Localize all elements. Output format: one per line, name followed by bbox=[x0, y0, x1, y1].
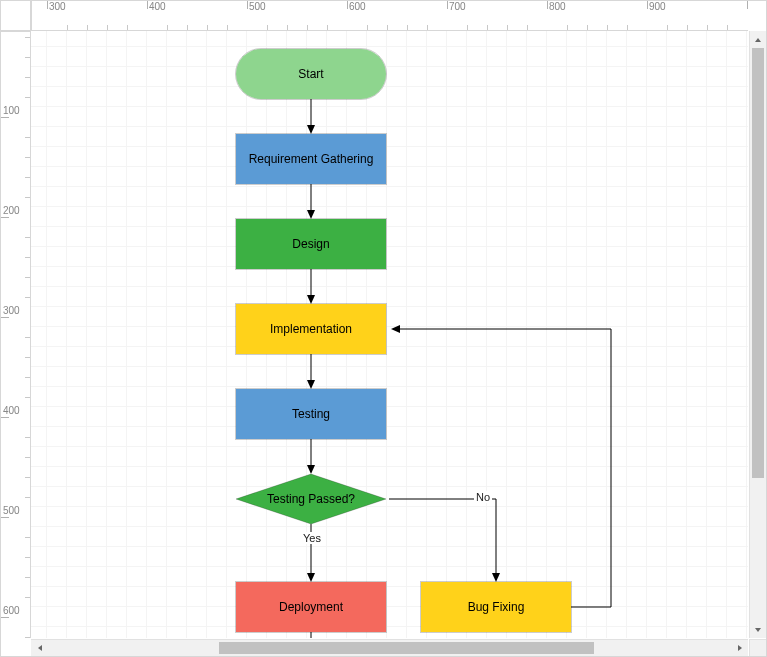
ruler-v-minor bbox=[25, 637, 30, 638]
ruler-v-minor bbox=[25, 337, 30, 338]
node-design[interactable]: Design bbox=[236, 219, 386, 269]
ruler-h-minor bbox=[667, 25, 668, 30]
ruler-v-label: 300 bbox=[3, 305, 20, 316]
ruler-h-minor bbox=[587, 25, 588, 30]
svg-marker-10 bbox=[755, 38, 761, 42]
ruler-h-minor bbox=[627, 25, 628, 30]
ruler-h-major bbox=[547, 1, 548, 9]
ruler-v-major bbox=[1, 417, 9, 418]
ruler-h-label: 400 bbox=[149, 1, 166, 12]
diagram-canvas-container: 3004005006007008009001000 10020030040050… bbox=[0, 0, 767, 657]
chevron-up-icon bbox=[754, 36, 762, 44]
node-bugfix-label: Bug Fixing bbox=[468, 600, 525, 614]
ruler-corner bbox=[1, 1, 31, 31]
ruler-h-major bbox=[247, 1, 248, 9]
ruler-v-minor bbox=[25, 277, 30, 278]
node-bug-fixing[interactable]: Bug Fixing bbox=[421, 582, 571, 632]
ruler-h-minor bbox=[387, 25, 388, 30]
ruler-v-minor bbox=[25, 157, 30, 158]
ruler-h-major bbox=[47, 1, 48, 9]
ruler-v-label: 600 bbox=[3, 605, 20, 616]
ruler-v-minor bbox=[25, 57, 30, 58]
node-deployment[interactable]: Deployment bbox=[236, 582, 386, 632]
scroll-up-button[interactable] bbox=[750, 31, 766, 48]
ruler-h-label: 700 bbox=[449, 1, 466, 12]
scroll-h-thumb[interactable] bbox=[219, 642, 595, 654]
ruler-h-minor bbox=[527, 25, 528, 30]
chevron-down-icon bbox=[754, 626, 762, 634]
ruler-v-minor bbox=[25, 497, 30, 498]
ruler-v-label: 500 bbox=[3, 505, 20, 516]
chevron-right-icon bbox=[736, 644, 744, 652]
scroll-right-button[interactable] bbox=[731, 640, 748, 656]
canvas-grid bbox=[31, 31, 748, 638]
ruler-v-minor bbox=[25, 557, 30, 558]
node-decision-label: Testing Passed? bbox=[267, 492, 355, 506]
ruler-h-minor bbox=[267, 25, 268, 30]
ruler-h-minor bbox=[687, 25, 688, 30]
ruler-v-minor bbox=[25, 397, 30, 398]
node-impl-label: Implementation bbox=[270, 322, 352, 336]
svg-marker-13 bbox=[738, 645, 742, 651]
ruler-h-major bbox=[147, 1, 148, 9]
horizontal-scrollbar[interactable] bbox=[31, 639, 748, 656]
ruler-h-major bbox=[347, 1, 348, 9]
horizontal-ruler: 3004005006007008009001000 bbox=[31, 1, 748, 31]
node-start[interactable]: Start bbox=[236, 49, 386, 99]
ruler-h-minor bbox=[187, 25, 188, 30]
ruler-v-major bbox=[1, 217, 9, 218]
ruler-v-minor bbox=[25, 537, 30, 538]
ruler-v-major bbox=[1, 317, 9, 318]
ruler-h-minor bbox=[507, 25, 508, 30]
scroll-h-track[interactable] bbox=[48, 640, 731, 656]
ruler-h-minor bbox=[167, 25, 168, 30]
ruler-h-minor bbox=[467, 25, 468, 30]
node-req-label: Requirement Gathering bbox=[249, 152, 374, 166]
node-testing[interactable]: Testing bbox=[236, 389, 386, 439]
ruler-h-minor bbox=[487, 25, 488, 30]
ruler-v-minor bbox=[25, 177, 30, 178]
scroll-v-thumb[interactable] bbox=[752, 48, 764, 478]
ruler-h-minor bbox=[707, 25, 708, 30]
diagram-viewport: Yes No Start Requirement Gathering Desig… bbox=[31, 31, 748, 638]
svg-marker-11 bbox=[755, 628, 761, 632]
ruler-h-minor bbox=[307, 25, 308, 30]
diagram-canvas[interactable]: Yes No Start Requirement Gathering Desig… bbox=[31, 31, 748, 638]
scroll-left-button[interactable] bbox=[31, 640, 48, 656]
ruler-h-minor bbox=[227, 25, 228, 30]
ruler-h-minor bbox=[367, 25, 368, 30]
ruler-v-minor bbox=[25, 357, 30, 358]
ruler-v-minor bbox=[25, 37, 30, 38]
vertical-ruler: 100200300400500600700 bbox=[1, 31, 31, 638]
ruler-h-minor bbox=[127, 25, 128, 30]
node-decision[interactable]: Testing Passed? bbox=[236, 474, 386, 524]
ruler-v-minor bbox=[25, 237, 30, 238]
node-requirement-gathering[interactable]: Requirement Gathering bbox=[236, 134, 386, 184]
ruler-v-minor bbox=[25, 137, 30, 138]
scroll-v-track[interactable] bbox=[750, 48, 766, 621]
ruler-h-label: 500 bbox=[249, 1, 266, 12]
ruler-h-minor bbox=[107, 25, 108, 30]
node-implementation[interactable]: Implementation bbox=[236, 304, 386, 354]
ruler-v-minor bbox=[25, 577, 30, 578]
ruler-h-label: 900 bbox=[649, 1, 666, 12]
ruler-v-minor bbox=[25, 437, 30, 438]
edge-label-yes: Yes bbox=[301, 532, 323, 544]
ruler-h-minor bbox=[207, 25, 208, 30]
ruler-v-label: 200 bbox=[3, 205, 20, 216]
ruler-h-minor bbox=[567, 25, 568, 30]
scroll-down-button[interactable] bbox=[750, 621, 766, 638]
ruler-v-minor bbox=[25, 77, 30, 78]
ruler-h-minor bbox=[407, 25, 408, 30]
ruler-h-minor bbox=[67, 25, 68, 30]
ruler-v-major bbox=[1, 117, 9, 118]
chevron-left-icon bbox=[36, 644, 44, 652]
vertical-scrollbar[interactable] bbox=[749, 31, 766, 638]
node-design-label: Design bbox=[292, 237, 329, 251]
ruler-h-label: 600 bbox=[349, 1, 366, 12]
ruler-h-minor bbox=[607, 25, 608, 30]
ruler-h-major bbox=[447, 1, 448, 9]
ruler-h-major bbox=[747, 1, 748, 9]
ruler-v-minor bbox=[25, 477, 30, 478]
node-test-label: Testing bbox=[292, 407, 330, 421]
